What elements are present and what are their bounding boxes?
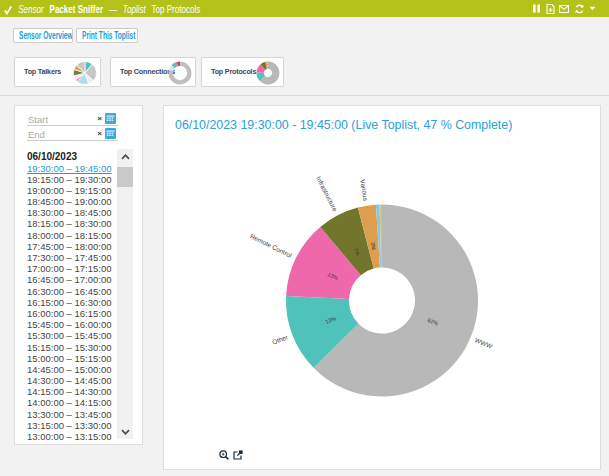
slice-name-label: Various <box>359 179 369 202</box>
tab-label: Top Talkers <box>24 67 61 76</box>
print-toplist-button[interactable]: Print This Toplist <box>76 28 138 43</box>
time-range-sidebar: Start × End × 06/10/2023 19:30:00 – 19:4… <box>14 105 143 445</box>
zoom-icon[interactable] <box>219 450 229 460</box>
print-toplist-label: Print This Toplist <box>82 30 135 41</box>
clear-end-icon[interactable]: × <box>97 130 102 138</box>
status-ok-icon <box>4 5 13 15</box>
sensor-kind-label: Sensor <box>18 3 43 15</box>
tab-pie-icon <box>256 61 280 85</box>
toplist-tabs: Top TalkersTop ConnectionsTop Protocols <box>14 57 609 87</box>
tab-top-connections[interactable]: Top Connections <box>110 57 196 87</box>
slice-name-label: Remote Control <box>249 232 293 259</box>
pause-icon[interactable] <box>532 4 541 13</box>
sensor-header: Sensor Packet Sniffer — Toplist Top Prot… <box>0 0 609 17</box>
tab-label: Top Protocols <box>211 67 256 76</box>
calendar-icon[interactable] <box>105 128 116 139</box>
slice-percent-label: 3% <box>370 242 377 251</box>
toolbar: Sensor Overview Print This Toplist <box>13 28 609 43</box>
sensor-overview-button[interactable]: Sensor Overview <box>13 28 73 43</box>
end-date-placeholder: End <box>28 129 45 140</box>
header-separator: — <box>109 3 117 15</box>
open-external-icon[interactable] <box>233 450 243 460</box>
slice-name-label: Other <box>271 333 289 346</box>
calendar-icon[interactable] <box>105 113 116 124</box>
scroll-down-icon[interactable] <box>117 425 133 438</box>
tab-top-talkers[interactable]: Top Talkers <box>14 57 101 87</box>
caret-down-icon[interactable] <box>589 6 596 11</box>
slice-name-label: Infrastructure <box>315 175 339 213</box>
toplist-chart-panel: 06/10/2023 19:30:00 - 19:45:00 (Live Top… <box>163 105 601 470</box>
tab-pie-icon <box>168 61 192 85</box>
tab-top-protocols[interactable]: Top Protocols <box>201 57 284 87</box>
scrollbar-thumb[interactable] <box>117 167 133 187</box>
start-date-placeholder: Start <box>28 114 48 125</box>
scroll-up-icon[interactable] <box>117 150 133 163</box>
tab-pie-icon <box>73 61 97 85</box>
toplist-label: Toplist <box>123 3 146 15</box>
clear-start-icon[interactable]: × <box>97 115 102 123</box>
refresh-icon[interactable] <box>574 4 585 14</box>
sensor-name[interactable]: Packet Sniffer <box>50 3 104 15</box>
end-date-field[interactable]: End × <box>27 126 118 141</box>
start-date-field[interactable]: Start × <box>27 111 118 126</box>
list-scrollbar[interactable] <box>117 149 133 439</box>
email-icon[interactable] <box>559 5 569 13</box>
add-report-icon[interactable] <box>546 4 555 14</box>
protocol-donut-chart: 62%WWW13%Other13%Remote Control7%Infrast… <box>164 106 602 471</box>
slice-name-label: WWW <box>474 336 494 350</box>
sensor-overview-label: Sensor Overview <box>19 30 73 41</box>
page-title: Top Protocols <box>152 3 201 15</box>
tab-label: Top Connections <box>120 67 175 76</box>
